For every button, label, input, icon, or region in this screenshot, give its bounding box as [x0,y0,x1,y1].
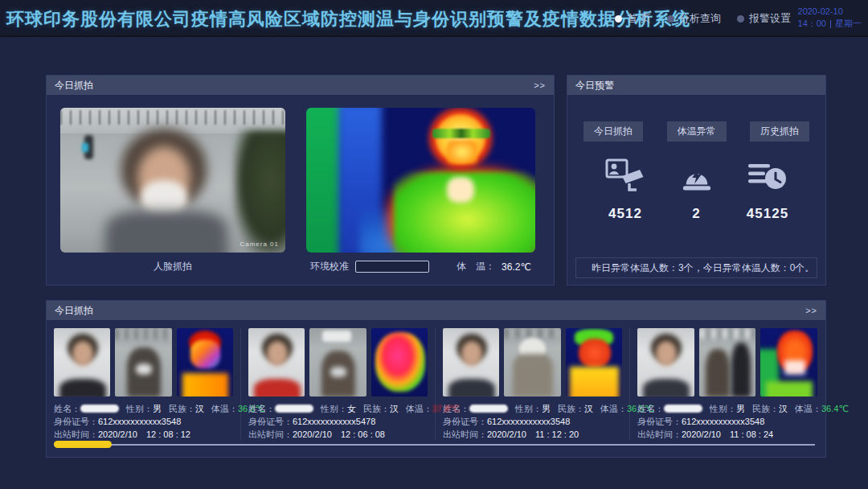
id-photo-thumb[interactable] [443,328,499,397]
capture-record: 姓名： 性别：男 民族：汉 体温：36.8℃ 身份证号：612xxxxxxxxx… [47,328,241,441]
exit-time-value: 2020/2/10 11 : 08 : 24 [682,429,773,439]
name-redacted [469,405,508,413]
id-photo-thumb[interactable] [637,328,694,397]
record-thumbnails [54,328,233,397]
capture-expand-button[interactable]: >> [534,80,546,90]
ethnic-label: 民族： [169,402,195,415]
warning-stats: 4512 2 45125 [567,158,825,222]
nav-dot-icon [737,15,744,23]
thermal-photo-thumb[interactable] [371,328,428,397]
id-value: 612xxxxxxxxxxx5478 [293,417,375,426]
records-panel-title: 今日抓拍 [55,304,93,318]
record-info: 姓名： 性别：女 民族：汉 体温：37.8℃ 身份证号：612xxxxxxxxx… [248,402,428,441]
ethnic-value: 汉 [584,402,593,415]
gender-value: 男 [736,402,745,415]
datetime-display: 2020-02-10 14：00 星期一 [798,6,862,30]
records-panel-header: 今日抓拍 >> [47,301,825,320]
stat-temp-abnormal: 2 [665,158,729,222]
exit-time-label: 出站时间： [443,429,487,439]
thermal-photo-thumb[interactable] [760,328,817,397]
temp-label: 体温： [211,402,238,415]
datetime-divider [830,20,831,28]
nav-alarm-settings[interactable]: 报警设置 [737,11,791,26]
scene-bush [234,130,285,253]
tab-today-capture[interactable]: 今日抓拍 [583,121,643,142]
id-photo-thumb[interactable] [54,328,110,397]
today-records-panel: 今日抓拍 >> 姓名： 性别：男 民族：汉 体温：36.8℃ 身份证号：612x… [46,300,826,458]
gender-label: 性别： [515,402,542,415]
name-redacted [80,405,119,413]
thermal-collar [447,177,474,203]
calibration-label: 环境校准 [310,260,349,273]
thermal-photo-thumb[interactable] [177,328,233,397]
scene-photo-thumb[interactable] [504,328,560,397]
id-value: 612xxxxxxxxxxx3548 [98,417,181,426]
capture-record: 姓名： 性别：女 民族：汉 体温：37.8℃ 身份证号：612xxxxxxxxx… [241,328,436,441]
name-label: 姓名： [54,402,80,415]
gender-label: 性别： [710,402,736,415]
exit-time-value: 2020/2/10 12 : 08 : 12 [98,429,190,439]
ethnic-label: 民族： [558,402,584,415]
record-info: 姓名： 性别：男 民族：汉 体温：36.5℃ 身份证号：612xxxxxxxxx… [443,402,622,441]
nav-home-label: 首 页 [627,11,651,26]
temp-label: 体温： [795,402,821,415]
thermal-glasses [432,129,490,138]
scene-photo-thumb[interactable] [115,328,171,397]
calibration-input[interactable] [355,261,429,273]
id-label: 身份证号： [248,417,293,426]
subject-body [105,211,227,253]
capture-record: 姓名： 性别：男 民族：汉 体温：36.5℃ 身份证号：612xxxxxxxxx… [436,328,630,441]
id-photo-thumb[interactable] [248,328,305,397]
nav-analysis-query[interactable]: 分析查询 [667,11,721,26]
scrollbar-track [54,444,815,446]
record-thumbnails [443,328,622,397]
name-label: 姓名： [248,402,275,415]
scene-fence [60,110,285,125]
stat-today-captures: 4512 [593,158,657,222]
temp-label: 体温： [406,402,432,415]
name-redacted [664,405,702,413]
scene-photo-thumb[interactable] [309,328,366,397]
capture-panel-title: 今日抓拍 [55,79,93,92]
today-warning-panel: 今日预警 今日抓拍 体温异常 历史抓拍 4512 2 [567,75,826,286]
page-title: 环球印务股份有限公司疫情高风险区域防控测温与身份识别预警及疫情数据分析系统 [6,7,690,31]
id-label: 身份证号： [443,417,487,426]
thermal-capture-column: 环境校准 体 温： 36.2℃ [306,108,535,273]
ethnic-label: 民族： [363,402,390,415]
gender-value: 男 [542,402,551,415]
record-thumbnails [248,328,428,397]
body-temp-value: 36.2℃ [502,261,531,273]
scrollbar-thumb[interactable] [54,441,112,448]
tab-temp-abnormal[interactable]: 体温异常 [667,121,727,142]
today-capture-panel: 今日抓拍 >> Camera 01 人脸抓拍 [46,75,555,286]
history-records-icon [748,158,787,195]
temp-value: 37.8℃ [432,402,460,415]
top-bar: 环球印务股份有限公司疫情高风险区域防控测温与身份识别预警及疫情数据分析系统 首 … [0,0,868,37]
thermal-photo-thumb[interactable] [566,328,622,397]
warning-panel-header: 今日预警 [567,76,825,95]
nav-home[interactable]: 首 页 [615,11,651,26]
stat-history-captures-value: 45125 [747,206,788,222]
record-info: 姓名： 性别：男 民族：汉 体温：36.4℃ 身份证号：612xxxxxxxxx… [637,402,817,441]
warning-panel-title: 今日预警 [575,79,614,92]
camera-watermark: Camera 01 [240,240,279,248]
capture-camera-icon [604,158,646,195]
id-label: 身份证号： [637,417,682,426]
id-value: 612xxxxxxxxxxx3548 [682,417,764,426]
face-capture-caption: 人脸抓拍 [60,260,285,273]
weekday-text: 星期一 [835,18,862,30]
record-info: 姓名： 性别：男 民族：汉 体温：36.8℃ 身份证号：612xxxxxxxxx… [54,402,233,441]
ethnic-label: 民族： [752,402,779,415]
tab-history-capture[interactable]: 历史抓拍 [750,121,809,142]
records-expand-button[interactable]: >> [805,306,817,315]
gender-value: 男 [153,402,162,415]
face-capture-image: Camera 01 [60,108,285,253]
date-text: 2020-02-10 [798,6,862,18]
temperature-alarm-icon [682,158,712,195]
scene-photo-thumb[interactable] [699,328,756,397]
warning-tabs: 今日抓拍 体温异常 历史抓拍 [567,121,825,142]
record-thumbnails [637,328,817,397]
name-redacted [275,405,313,413]
id-label: 身份证号： [54,417,98,426]
id-value: 612xxxxxxxxxxx3548 [487,417,570,426]
